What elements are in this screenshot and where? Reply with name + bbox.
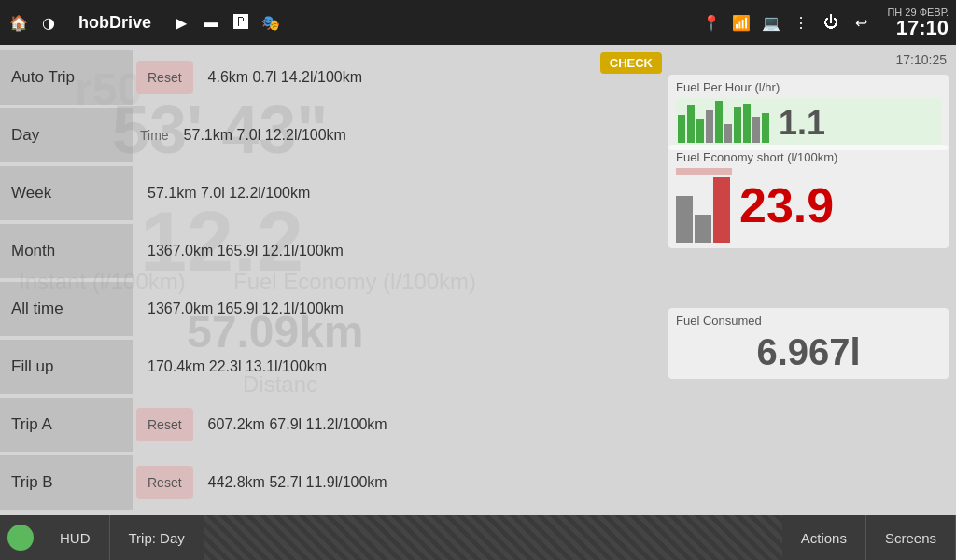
trip-label-trip-a: Trip A [0,398,133,452]
trip-value-month: 1367.0km 165.9l 12.1l/100km [148,243,344,259]
hud-button[interactable]: HUD [41,515,110,560]
trip-row-trip-a: Trip AReset607.2km 67.9l 11.2l/100km [0,398,956,452]
status-left: 🏠 ◑ hobDrive ▶ ▬ 🅿 🎭 [7,11,282,34]
reset-btn-auto-trip[interactable]: Reset [136,61,193,94]
play-icon[interactable]: ▶ [170,11,192,34]
reset-btn-trip-b[interactable]: Reset [136,466,193,499]
clock-icon[interactable]: ◑ [37,11,60,34]
trip-label-auto-trip: Auto Trip [0,50,133,105]
trip-row-fill-up: Fill up170.4km 22.3l 13.1l/100km [0,340,956,394]
trip-label-fill-up: Fill up [0,340,133,394]
status-bar: 🏠 ◑ hobDrive ▶ ▬ 🅿 🎭 📍 📶 💻 ⋮ ⏻ ↩ ПН 29 Ф… [0,0,956,45]
trip-panel: Auto TripReset4.6km 0.7l 14.2l/100kmDayT… [0,45,956,515]
main-content: Auto TripReset4.6km 0.7l 14.2l/100kmDayT… [0,45,956,515]
camera-icon[interactable]: 🎭 [260,11,282,34]
app-name: hobDrive [78,13,151,33]
actions-button[interactable]: Actions [782,515,866,560]
home-icon[interactable]: 🏠 [7,11,30,34]
trip-row-week: Week57.1km 7.0l 12.2l/100km [0,166,956,220]
trip-row-trip-b: Trip BReset442.8km 52.7l 11.9l/100km [0,455,956,510]
parking-icon[interactable]: 🅿 [230,11,252,34]
trip-day-button[interactable]: Trip: Day [110,515,204,560]
bottom-bar: HUD Trip: Day Actions Screens [0,515,956,560]
wifi-icon: 📶 [730,11,752,34]
trip-label-month: Month [0,224,133,278]
bottom-spacer [204,515,782,560]
screen-icon: 💻 [760,11,782,34]
trip-value-trip-b: 442.8km 52.7l 11.9l/100km [208,474,387,491]
pin-icon: 📍 [700,11,723,34]
trip-label-day: Day [0,108,133,162]
trip-row-auto-trip: Auto TripReset4.6km 0.7l 14.2l/100km [0,50,956,105]
trip-label-week: Week [0,166,133,220]
trip-value-week: 57.1km 7.0l 12.2l/100km [148,185,310,202]
back-icon[interactable]: ↩ [850,11,872,34]
trip-label-trip-b: Trip B [0,455,133,510]
trip-value-trip-a: 607.2km 67.9l 11.2l/100km [208,416,387,433]
power-icon[interactable]: ⏻ [820,11,842,34]
status-dot [7,525,34,551]
trip-value-all-time: 1367.0km 165.9l 12.1l/100km [148,301,344,317]
reset-btn-trip-a[interactable]: Reset [136,408,193,441]
status-time: 17:10 [896,18,949,38]
trip-label-all-time: All time [0,282,133,336]
trip-value-fill-up: 170.4km 22.3l 13.1l/100km [148,358,327,375]
menu-icon[interactable]: ⋮ [790,11,812,34]
trip-row-day: DayTime57.1km 7.0l 12.2l/100km [0,108,956,162]
screens-button[interactable]: Screens [866,515,956,560]
trip-row-all-time: All time1367.0km 165.9l 12.1l/100km [0,282,956,336]
trip-value-day: 57.1km 7.0l 12.2l/100km [184,127,346,144]
trip-value-auto-trip: 4.6km 0.7l 14.2l/100km [208,69,362,86]
status-right: 📍 📶 💻 ⋮ ⏻ ↩ ПН 29 ФЕВР. 17:10 [700,7,949,38]
trip-sublabel-day: Time [140,128,169,143]
image-icon[interactable]: ▬ [200,11,222,34]
trip-row-month: Month1367.0km 165.9l 12.1l/100km [0,224,956,278]
